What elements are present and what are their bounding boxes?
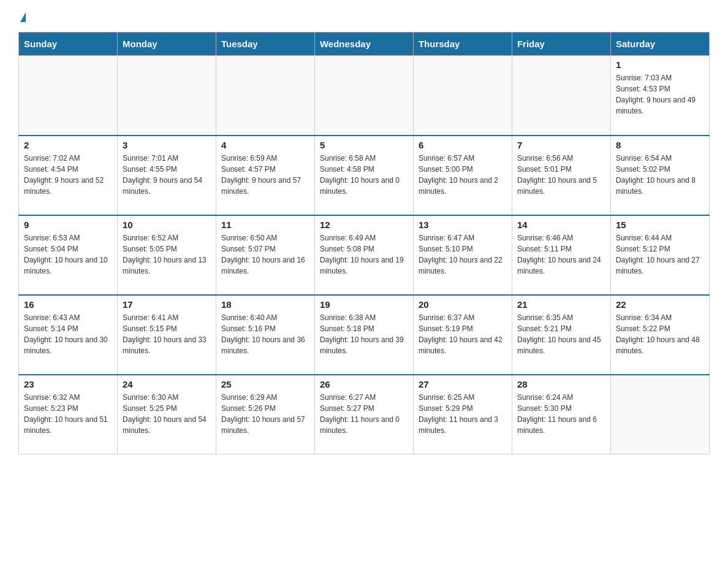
calendar-cell: 2Sunrise: 7:02 AMSunset: 4:54 PMDaylight…	[19, 136, 118, 215]
calendar-cell: 20Sunrise: 6:37 AMSunset: 5:19 PMDayligh…	[413, 295, 512, 375]
weekday-header-wednesday: Wednesday	[314, 33, 413, 56]
day-number: 20	[419, 299, 507, 310]
calendar-cell: 26Sunrise: 6:27 AMSunset: 5:27 PMDayligh…	[314, 375, 413, 454]
calendar-cell: 17Sunrise: 6:41 AMSunset: 5:15 PMDayligh…	[117, 295, 216, 375]
calendar-cell: 24Sunrise: 6:30 AMSunset: 5:25 PMDayligh…	[117, 375, 216, 454]
day-number: 1	[616, 59, 704, 70]
day-info: Sunrise: 6:54 AMSunset: 5:02 PMDaylight:…	[616, 153, 704, 197]
day-info: Sunrise: 6:30 AMSunset: 5:25 PMDaylight:…	[123, 392, 211, 436]
day-number: 21	[517, 299, 605, 310]
logo	[18, 12, 26, 26]
day-number: 27	[419, 379, 507, 389]
calendar-cell: 27Sunrise: 6:25 AMSunset: 5:29 PMDayligh…	[413, 375, 512, 454]
weekday-header-row: SundayMondayTuesdayWednesdayThursdayFrid…	[19, 33, 710, 56]
day-info: Sunrise: 6:58 AMSunset: 4:58 PMDaylight:…	[320, 153, 408, 197]
calendar-week-row: 16Sunrise: 6:43 AMSunset: 5:14 PMDayligh…	[19, 295, 710, 375]
weekday-header-tuesday: Tuesday	[216, 33, 314, 56]
day-info: Sunrise: 6:24 AMSunset: 5:30 PMDaylight:…	[517, 392, 605, 436]
day-info: Sunrise: 6:50 AMSunset: 5:07 PMDaylight:…	[221, 232, 309, 277]
calendar-cell	[117, 56, 216, 136]
day-number: 24	[123, 379, 211, 389]
calendar-cell: 1Sunrise: 7:03 AMSunset: 4:53 PMDaylight…	[610, 56, 709, 136]
day-number: 18	[221, 299, 309, 310]
calendar-cell	[314, 56, 413, 136]
day-info: Sunrise: 7:01 AMSunset: 4:55 PMDaylight:…	[123, 153, 211, 197]
day-number: 26	[320, 379, 408, 389]
day-info: Sunrise: 6:29 AMSunset: 5:26 PMDaylight:…	[221, 392, 309, 436]
day-info: Sunrise: 7:02 AMSunset: 4:54 PMDaylight:…	[24, 153, 112, 197]
day-info: Sunrise: 6:59 AMSunset: 4:57 PMDaylight:…	[221, 153, 309, 197]
calendar-cell: 28Sunrise: 6:24 AMSunset: 5:30 PMDayligh…	[512, 375, 610, 454]
calendar-cell	[216, 56, 314, 136]
day-info: Sunrise: 6:32 AMSunset: 5:23 PMDaylight:…	[24, 392, 112, 436]
calendar-cell: 25Sunrise: 6:29 AMSunset: 5:26 PMDayligh…	[216, 375, 314, 454]
day-info: Sunrise: 6:34 AMSunset: 5:22 PMDaylight:…	[616, 312, 704, 356]
day-number: 14	[517, 220, 605, 230]
calendar-cell: 15Sunrise: 6:44 AMSunset: 5:12 PMDayligh…	[610, 215, 709, 295]
calendar-week-row: 9Sunrise: 6:53 AMSunset: 5:04 PMDaylight…	[19, 215, 710, 295]
calendar-cell: 3Sunrise: 7:01 AMSunset: 4:55 PMDaylight…	[117, 136, 216, 215]
day-info: Sunrise: 6:25 AMSunset: 5:29 PMDaylight:…	[419, 392, 507, 436]
calendar-week-row: 23Sunrise: 6:32 AMSunset: 5:23 PMDayligh…	[19, 375, 710, 454]
calendar-cell	[19, 56, 118, 136]
day-info: Sunrise: 6:46 AMSunset: 5:11 PMDaylight:…	[517, 232, 605, 277]
calendar-cell: 23Sunrise: 6:32 AMSunset: 5:23 PMDayligh…	[19, 375, 118, 454]
calendar-cell: 11Sunrise: 6:50 AMSunset: 5:07 PMDayligh…	[216, 215, 314, 295]
day-number: 25	[221, 379, 309, 389]
calendar-cell: 10Sunrise: 6:52 AMSunset: 5:05 PMDayligh…	[117, 215, 216, 295]
calendar-cell: 12Sunrise: 6:49 AMSunset: 5:08 PMDayligh…	[314, 215, 413, 295]
calendar-cell: 18Sunrise: 6:40 AMSunset: 5:16 PMDayligh…	[216, 295, 314, 375]
day-number: 16	[24, 299, 112, 310]
day-number: 15	[616, 220, 704, 230]
calendar-cell: 8Sunrise: 6:54 AMSunset: 5:02 PMDaylight…	[610, 136, 709, 215]
day-number: 12	[320, 220, 408, 230]
day-info: Sunrise: 6:43 AMSunset: 5:14 PMDaylight:…	[24, 312, 112, 356]
day-number: 22	[616, 299, 704, 310]
calendar-week-row: 2Sunrise: 7:02 AMSunset: 4:54 PMDaylight…	[19, 136, 710, 215]
weekday-header-monday: Monday	[117, 33, 216, 56]
day-info: Sunrise: 6:56 AMSunset: 5:01 PMDaylight:…	[517, 153, 605, 197]
calendar-cell: 21Sunrise: 6:35 AMSunset: 5:21 PMDayligh…	[512, 295, 610, 375]
day-info: Sunrise: 6:44 AMSunset: 5:12 PMDaylight:…	[616, 232, 704, 277]
day-number: 7	[517, 140, 605, 150]
day-info: Sunrise: 6:52 AMSunset: 5:05 PMDaylight:…	[123, 232, 211, 277]
calendar-week-row: 1Sunrise: 7:03 AMSunset: 4:53 PMDaylight…	[19, 56, 710, 136]
weekday-header-sunday: Sunday	[19, 33, 118, 56]
day-info: Sunrise: 6:35 AMSunset: 5:21 PMDaylight:…	[517, 312, 605, 356]
calendar-cell: 22Sunrise: 6:34 AMSunset: 5:22 PMDayligh…	[610, 295, 709, 375]
day-number: 17	[123, 299, 211, 310]
day-number: 8	[616, 140, 704, 150]
calendar-cell	[512, 56, 610, 136]
day-number: 11	[221, 220, 309, 230]
calendar-cell: 6Sunrise: 6:57 AMSunset: 5:00 PMDaylight…	[413, 136, 512, 215]
weekday-header-thursday: Thursday	[413, 33, 512, 56]
day-info: Sunrise: 6:49 AMSunset: 5:08 PMDaylight:…	[320, 232, 408, 277]
day-info: Sunrise: 6:27 AMSunset: 5:27 PMDaylight:…	[320, 392, 408, 436]
calendar-cell: 19Sunrise: 6:38 AMSunset: 5:18 PMDayligh…	[314, 295, 413, 375]
day-info: Sunrise: 6:57 AMSunset: 5:00 PMDaylight:…	[419, 153, 507, 197]
calendar-cell: 5Sunrise: 6:58 AMSunset: 4:58 PMDaylight…	[314, 136, 413, 215]
calendar-cell	[413, 56, 512, 136]
day-info: Sunrise: 7:03 AMSunset: 4:53 PMDaylight:…	[616, 72, 704, 117]
day-number: 3	[123, 140, 211, 150]
day-number: 19	[320, 299, 408, 310]
day-info: Sunrise: 6:40 AMSunset: 5:16 PMDaylight:…	[221, 312, 309, 356]
day-info: Sunrise: 6:53 AMSunset: 5:04 PMDaylight:…	[24, 232, 112, 277]
calendar-cell: 7Sunrise: 6:56 AMSunset: 5:01 PMDaylight…	[512, 136, 610, 215]
day-info: Sunrise: 6:41 AMSunset: 5:15 PMDaylight:…	[123, 312, 211, 356]
day-number: 6	[419, 140, 507, 150]
page-header	[18, 12, 710, 26]
weekday-header-friday: Friday	[512, 33, 610, 56]
calendar-cell: 4Sunrise: 6:59 AMSunset: 4:57 PMDaylight…	[216, 136, 314, 215]
weekday-header-saturday: Saturday	[610, 33, 709, 56]
calendar-cell: 13Sunrise: 6:47 AMSunset: 5:10 PMDayligh…	[413, 215, 512, 295]
day-number: 2	[24, 140, 112, 150]
day-number: 23	[24, 379, 112, 389]
day-info: Sunrise: 6:37 AMSunset: 5:19 PMDaylight:…	[419, 312, 507, 356]
calendar-cell: 9Sunrise: 6:53 AMSunset: 5:04 PMDaylight…	[19, 215, 118, 295]
day-number: 28	[517, 379, 605, 389]
calendar-cell	[610, 375, 709, 454]
day-number: 10	[123, 220, 211, 230]
day-number: 9	[24, 220, 112, 230]
calendar-cell: 14Sunrise: 6:46 AMSunset: 5:11 PMDayligh…	[512, 215, 610, 295]
